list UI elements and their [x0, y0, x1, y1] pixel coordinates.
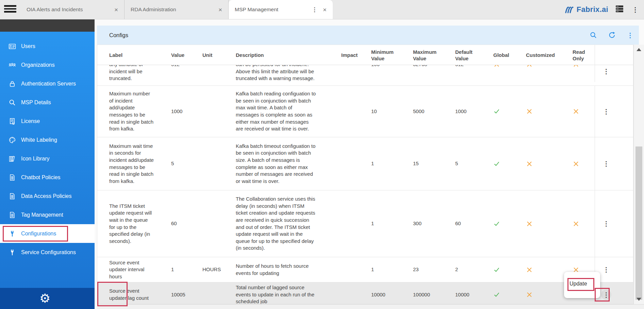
row-kebab-button[interactable]: ⋮ [601, 290, 611, 300]
cell-minimum-value: 1 [367, 220, 409, 227]
cell-label: Maximum numberof incidentadd/updatemessa… [109, 90, 167, 133]
topbar-right: Fabrix.ai ⋮ [564, 0, 640, 19]
wrench-icon [8, 230, 16, 238]
cell-read-only-x-icon [571, 65, 595, 68]
cell-minimum-value: 1 [367, 266, 409, 273]
cell-minimum-value: 1 [367, 160, 409, 167]
update-menu-item[interactable]: Update [569, 281, 587, 287]
tab-label: RDA Administration [131, 6, 176, 13]
cell-customized-x-icon [522, 108, 571, 115]
tab-oia-alerts-and-incidents[interactable]: OIA Alerts and Incidents× [20, 0, 125, 19]
people-icon [8, 61, 16, 69]
configs-panel-header: Configs ⋮ [97, 26, 639, 45]
document-icon [8, 192, 16, 200]
tab-close-icon[interactable]: × [218, 6, 222, 13]
cell-value: 60 [167, 220, 198, 227]
sidebar-item-license[interactable]: License [0, 112, 95, 130]
col-header-value: Value [167, 52, 198, 58]
sidebar-item-chatbot-policies[interactable]: Chatbot Policies [0, 168, 95, 187]
wrench-icon [8, 248, 16, 257]
tab-strip: OIA Alerts and Incidents×RDA Administrat… [20, 0, 333, 19]
horizontal-scrollbar[interactable] [97, 304, 644, 309]
config-row-3: Maximum wait timein seconds forincident … [97, 137, 633, 190]
cell-value: 1 [167, 266, 198, 273]
configs-table: LabelValueUnitDescriptionImpactMinimum V… [97, 45, 633, 304]
sidebar-item-label: Users [21, 43, 35, 49]
sidebar-dark-strip [0, 19, 95, 32]
tab-label: OIA Alerts and Incidents [27, 6, 83, 13]
tab-label: MSP Management [235, 6, 278, 13]
row-kebab-button[interactable]: ⋮ [601, 66, 611, 77]
scroll-up-arrow[interactable] [637, 48, 641, 51]
cell-read-only-x-icon [571, 160, 595, 167]
search-icon[interactable] [590, 31, 597, 39]
sidebar-item-label: Tag Management [21, 212, 63, 218]
panel-kebab-icon[interactable]: ⋮ [627, 31, 633, 39]
cell-global-check-icon [489, 220, 522, 227]
cell-label: Source eventupdater lag count [109, 288, 167, 302]
cell-actions: ⋮ [595, 137, 633, 190]
col-header-read-only: Read Only [571, 49, 595, 62]
col-header-label: Label [109, 52, 167, 58]
tab-msp-management[interactable]: MSP Management⋮× [229, 0, 333, 19]
sidebar: UsersOrganizationsAuthentication Servers… [0, 19, 95, 309]
col-header-customized: Customized [522, 52, 571, 58]
topbar-kebab-icon[interactable]: ⋮ [631, 6, 640, 14]
sidebar-item-msp-details[interactable]: MSP Details [0, 93, 95, 112]
col-header-unit: Unit [198, 52, 232, 58]
cell-value: 512 [167, 65, 198, 68]
sidebar-item-users[interactable]: Users [0, 37, 95, 56]
tab-kebab-icon[interactable]: ⋮ [312, 6, 317, 13]
row-context-menu: Update [564, 272, 600, 298]
sidebar-item-authentication-servers[interactable]: Authentication Servers [0, 74, 95, 93]
cell-default-value: 512 [451, 65, 489, 68]
cell-minimum-value: 10000 [367, 291, 409, 298]
cell-customized-x-icon [522, 65, 571, 68]
sidebar-item-icon-library[interactable]: Icon Library [0, 149, 95, 168]
cell-default-value: 60 [451, 220, 489, 227]
refresh-icon[interactable] [608, 31, 616, 39]
cell-value: 5 [167, 160, 198, 167]
tab-close-icon[interactable]: × [114, 6, 118, 13]
sidebar-item-tag-management[interactable]: Tag Management [0, 205, 95, 224]
row-kebab-button[interactable]: ⋮ [601, 106, 611, 117]
cell-customized-x-icon [522, 266, 571, 273]
row-kebab-button[interactable]: ⋮ [601, 265, 611, 275]
cell-maximum-value: 15 [409, 160, 451, 167]
sidebar-item-label: Authentication Servers [21, 81, 76, 87]
config-row-6: Source eventupdater lag count10005Total … [97, 282, 633, 304]
sidebar-item-label: White Labeling [21, 137, 57, 143]
sidebar-item-service-configurations[interactable]: Service Configurations [0, 243, 95, 262]
cell-value: 1000 [167, 108, 198, 115]
brand-logo: Fabrix.ai [564, 5, 608, 14]
scrollbar-thumb[interactable] [635, 146, 642, 300]
row-kebab-button[interactable]: ⋮ [601, 219, 611, 229]
vertical-scrollbar[interactable] [633, 45, 644, 304]
table-body: any attribute ofincident will betruncate… [97, 65, 633, 304]
col-header-default-value: Default Value [451, 49, 489, 62]
cell-description: Number of hours to fetch sourceevents fo… [232, 263, 337, 277]
config-row-5: Source eventupdater intervalhours1HOURSN… [97, 257, 633, 282]
sidebar-item-organizations[interactable]: Organizations [0, 56, 95, 74]
tab-rda-administration[interactable]: RDA Administration× [125, 0, 229, 19]
sidebar-item-white-labeling[interactable]: White Labeling [0, 130, 95, 149]
table-header-row: LabelValueUnitDescriptionImpactMinimum V… [97, 45, 633, 65]
sidebar-item-configurations[interactable]: Configurations [0, 224, 95, 243]
cell-description: Kafka batch reading configuation tobe se… [232, 90, 337, 133]
cell-default-value: 5 [451, 160, 489, 167]
tab-close-icon[interactable]: × [323, 6, 327, 13]
cell-global-check-icon [489, 108, 522, 115]
scroll-down-arrow[interactable] [637, 298, 641, 301]
settings-gear-icon[interactable]: ⚙ [39, 292, 50, 305]
sidebar-footer: ⚙ [0, 288, 95, 309]
col-header-minimum-value: Minimum Value [367, 49, 409, 62]
row-kebab-button[interactable]: ⋮ [601, 159, 611, 169]
hamburger-menu-icon[interactable] [4, 4, 16, 15]
cell-global-x-icon [489, 65, 522, 68]
cell-actions: ⋮ [595, 257, 633, 282]
sidebar-item-data-access-policies[interactable]: Data Access Policies [0, 187, 95, 205]
server-stack-icon[interactable] [615, 5, 624, 14]
cell-customized-x-icon [522, 220, 571, 227]
fabrix-swirl-icon [564, 5, 575, 14]
cell-read-only-x-icon [571, 220, 595, 227]
